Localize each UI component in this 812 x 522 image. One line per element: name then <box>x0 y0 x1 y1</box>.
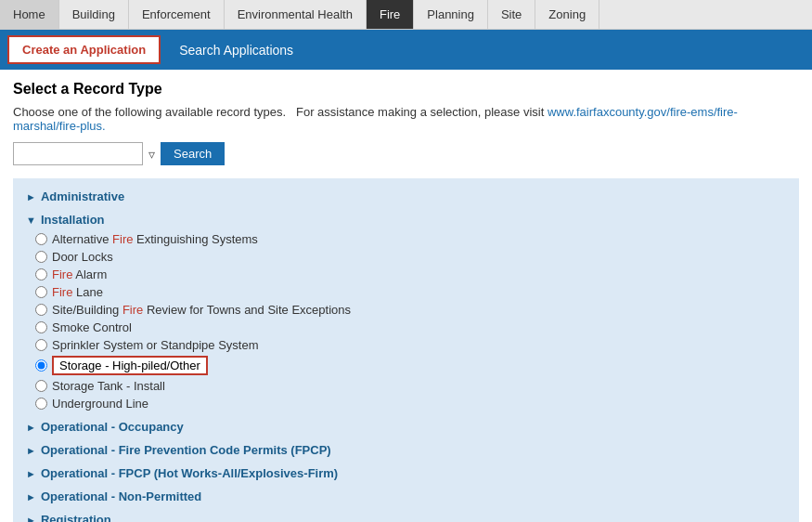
item-label: Door Locks <box>52 250 113 264</box>
top-nav: Home Building Enforcement Environmental … <box>0 0 812 30</box>
tab-building[interactable]: Building <box>59 0 129 29</box>
category-administrative: ► Administrative <box>26 188 786 205</box>
category-installation: ▼ Installation Alternative Fire Extingui… <box>26 211 786 412</box>
list-item[interactable]: Smoke Control <box>35 319 786 336</box>
category-header-operational-nonpermitted[interactable]: ► Operational - Non-Permitted <box>26 488 786 505</box>
search-applications-link[interactable]: Search Applications <box>179 43 293 58</box>
arrow-installation: ▼ <box>26 215 36 226</box>
item-label: Fire Alarm <box>52 268 107 281</box>
main-content: Select a Record Type Choose one of the f… <box>0 70 812 522</box>
list-item[interactable]: Alternative Fire Extinguishing Systems <box>35 230 786 248</box>
search-button[interactable]: Search <box>161 142 225 165</box>
radio-fire-lane[interactable] <box>35 286 47 298</box>
category-header-operational-occupancy[interactable]: ► Operational - Occupancy <box>26 418 786 436</box>
category-operational-nonpermitted: ► Operational - Non-Permitted <box>26 488 786 505</box>
tab-zoning[interactable]: Zoning <box>535 0 599 29</box>
tab-environmental-health[interactable]: Environmental Health <box>225 0 367 29</box>
item-label: Sprinkler System or Standpipe System <box>52 338 259 352</box>
item-label: Smoke Control <box>52 320 132 334</box>
category-label-operational-nonpermitted: Operational - Non-Permitted <box>41 489 201 503</box>
list-item[interactable]: Fire Alarm <box>35 266 786 283</box>
arrow-operational-nonpermitted: ► <box>26 491 36 502</box>
description-help: For assistance making a selection, pleas… <box>296 105 544 119</box>
item-label: Fire Lane <box>52 285 103 299</box>
category-label-operational-hotworks: Operational - FPCP (Hot Works-All/Explos… <box>41 466 338 480</box>
item-label: Underground Line <box>52 397 148 411</box>
list-item[interactable]: Storage Tank - Install <box>35 377 786 395</box>
radio-storage-highpiled[interactable] <box>35 359 47 372</box>
action-bar: Create an Application Search Application… <box>0 30 812 70</box>
category-header-registration[interactable]: ► Registration <box>26 511 786 522</box>
radio-sprinkler[interactable] <box>35 339 47 351</box>
item-label-highlighted: Storage - High-piled/Other <box>52 356 208 375</box>
category-header-administrative[interactable]: ► Administrative <box>26 188 786 205</box>
category-header-operational-hotworks[interactable]: ► Operational - FPCP (Hot Works-All/Expl… <box>26 464 786 482</box>
category-label-administrative: Administrative <box>41 189 124 203</box>
search-row: ▿ Search <box>13 142 799 165</box>
item-label: Alternative Fire Extinguishing Systems <box>52 232 258 246</box>
category-operational-occupancy: ► Operational - Occupancy <box>26 418 786 436</box>
tab-fire[interactable]: Fire <box>367 0 414 29</box>
radio-smoke-control[interactable] <box>35 321 47 333</box>
list-item[interactable]: Door Locks <box>35 248 786 266</box>
category-label-registration: Registration <box>41 513 111 522</box>
radio-storage-tank[interactable] <box>35 380 47 392</box>
category-header-installation[interactable]: ▼ Installation <box>26 211 786 228</box>
arrow-administrative: ► <box>26 191 36 202</box>
list-item[interactable]: Sprinkler System or Standpipe System <box>35 336 786 354</box>
category-operational-hotworks: ► Operational - FPCP (Hot Works-All/Expl… <box>26 464 786 482</box>
tab-site[interactable]: Site <box>488 0 535 29</box>
fire-highlight: Fire <box>122 303 143 317</box>
radio-site-building[interactable] <box>35 304 47 316</box>
list-item[interactable]: Fire Lane <box>35 283 786 301</box>
arrow-operational-fpcp: ► <box>26 445 36 456</box>
item-label: Storage Tank - Install <box>52 379 165 393</box>
arrow-registration: ► <box>26 515 36 523</box>
tab-planning[interactable]: Planning <box>414 0 488 29</box>
description-start: Choose one of the following available re… <box>13 105 286 119</box>
filter-icon[interactable]: ▿ <box>148 147 155 162</box>
fire-highlight: Fire <box>112 232 133 246</box>
category-registration: ► Registration <box>26 511 786 522</box>
arrow-operational-hotworks: ► <box>26 468 36 479</box>
category-operational-fpcp: ► Operational - Fire Prevention Code Per… <box>26 441 786 459</box>
list-item-highlighted[interactable]: Storage - High-piled/Other <box>35 354 786 377</box>
arrow-operational-occupancy: ► <box>26 422 36 433</box>
list-item[interactable]: Site/Building Fire Review for Towns and … <box>35 301 786 319</box>
fire-highlight: Fire <box>52 268 72 281</box>
item-label: Site/Building Fire Review for Towns and … <box>52 303 351 317</box>
category-label-operational-fpcp: Operational - Fire Prevention Code Permi… <box>41 443 331 457</box>
radio-fire-alarm[interactable] <box>35 268 47 281</box>
radio-door-locks[interactable] <box>35 251 47 263</box>
fire-highlight: Fire <box>52 285 72 299</box>
page-title: Select a Record Type <box>13 81 799 98</box>
installation-items: Alternative Fire Extinguishing Systems D… <box>26 230 786 412</box>
category-header-operational-fpcp[interactable]: ► Operational - Fire Prevention Code Per… <box>26 441 786 459</box>
tab-home[interactable]: Home <box>0 0 59 29</box>
radio-alternative-fire[interactable] <box>35 233 47 245</box>
list-item[interactable]: Underground Line <box>35 395 786 412</box>
description: Choose one of the following available re… <box>13 105 799 133</box>
tab-enforcement[interactable]: Enforcement <box>129 0 225 29</box>
create-application-button[interactable]: Create an Application <box>7 35 161 64</box>
radio-underground-line[interactable] <box>35 398 47 410</box>
search-input[interactable] <box>13 142 143 165</box>
record-list: ► Administrative ▼ Installation Alternat… <box>13 178 799 522</box>
category-label-operational-occupancy: Operational - Occupancy <box>41 420 184 434</box>
category-label-installation: Installation <box>41 213 105 227</box>
